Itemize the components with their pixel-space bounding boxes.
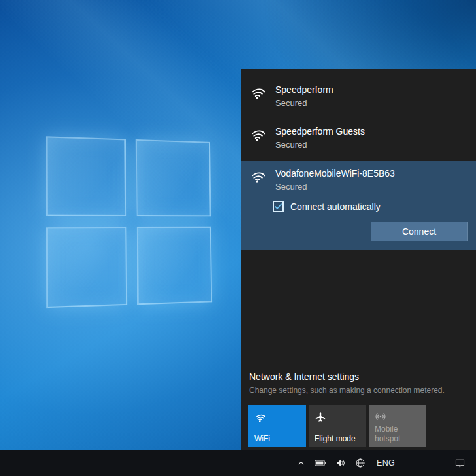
network-item-speedperform[interactable]: Speedperform Secured (241, 77, 476, 119)
show-hidden-icons-button[interactable] (292, 450, 310, 476)
network-text: VodafoneMobileWiFi-8E5B63 Secured (275, 167, 395, 194)
wifi-icon (253, 411, 268, 424)
connect-button[interactable]: Connect (371, 222, 468, 241)
checkmark-icon (274, 202, 282, 211)
airplane-icon (314, 411, 326, 422)
action-center-button[interactable] (450, 450, 470, 476)
connect-button-row: Connect (241, 222, 476, 241)
network-name: Speedperform Guests (275, 126, 365, 138)
wifi-icon (248, 126, 269, 143)
system-tray: ENG (292, 450, 476, 476)
tile-wifi-label: WiFi (254, 434, 270, 444)
network-internet-settings-link[interactable]: Network & Internet settings (249, 371, 359, 382)
taskbar: ENG (0, 450, 476, 476)
battery-icon (314, 459, 326, 467)
chevron-up-icon (297, 459, 305, 468)
settings-description: Change settings, such as making a connec… (249, 386, 468, 395)
network-status: Secured (275, 138, 365, 152)
network-status: Secured (275, 96, 333, 110)
network-name: VodafoneMobileWiFi-8E5B63 (275, 167, 395, 180)
action-center-icon (454, 458, 466, 469)
connect-automatically-label: Connect automatically (290, 201, 381, 212)
tile-mobile-hotspot[interactable]: Mobile hotspot (369, 405, 426, 447)
language-globe-button[interactable] (350, 450, 370, 476)
wifi-icon (248, 84, 269, 101)
network-name: Speedperform (275, 84, 333, 96)
network-list: Speedperform Secured Speedperform Guests… (241, 69, 476, 250)
tile-flight-mode-label: Flight mode (314, 434, 356, 444)
wifi-icon (248, 168, 269, 185)
flyout-footer: Network & Internet settings Change setti… (241, 371, 476, 450)
network-text: Speedperform Guests Secured (275, 126, 365, 152)
selected-network-header: VodafoneMobileWiFi-8E5B63 Secured (241, 167, 476, 194)
hotspot-icon (375, 411, 386, 422)
quick-action-tiles: WiFi Flight mode Mobil (248, 405, 468, 447)
network-item-vodafone-selected[interactable]: VodafoneMobileWiFi-8E5B63 Secured Connec… (241, 161, 476, 250)
wifi-network-flyout: Speedperform Secured Speedperform Guests… (241, 69, 476, 450)
volume-icon (335, 458, 346, 468)
volume-tray-button[interactable] (331, 450, 350, 476)
network-item-speedperform-guests[interactable]: Speedperform Guests Secured (241, 119, 476, 161)
tile-mobile-hotspot-label: Mobile hotspot (375, 424, 420, 444)
battery-tray-button[interactable] (310, 450, 331, 476)
network-text: Speedperform Secured (275, 84, 333, 110)
tile-flight-mode[interactable]: Flight mode (309, 405, 366, 447)
globe-icon (355, 458, 366, 468)
tile-wifi[interactable]: WiFi (248, 405, 306, 447)
connect-automatically-checkbox[interactable]: Connect automatically (273, 201, 467, 212)
network-status: Secured (275, 180, 395, 194)
checkbox-box[interactable] (273, 201, 284, 212)
language-indicator[interactable]: ENG (370, 458, 401, 468)
